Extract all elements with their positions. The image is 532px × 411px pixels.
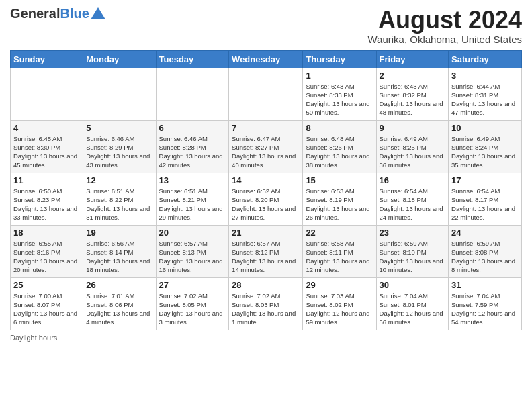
calendar-cell-2-2: 13Sunrise: 6:51 AM Sunset: 8:21 PM Dayli… (156, 173, 229, 225)
logo: GeneralBlue (10, 7, 105, 20)
day-info: Sunrise: 6:43 AM Sunset: 8:33 PM Dayligh… (306, 82, 373, 118)
day-info: Sunrise: 6:43 AM Sunset: 8:32 PM Dayligh… (380, 82, 446, 118)
calendar-cell-4-1: 26Sunrise: 7:01 AM Sunset: 8:06 PM Dayli… (83, 277, 156, 330)
day-info: Sunrise: 7:02 AM Sunset: 8:05 PM Dayligh… (159, 291, 226, 327)
day-info: Sunrise: 6:49 AM Sunset: 8:24 PM Dayligh… (451, 134, 519, 170)
calendar-header-thursday: Thursday (303, 50, 376, 68)
day-info: Sunrise: 7:02 AM Sunset: 8:03 PM Dayligh… (232, 291, 300, 327)
day-info: Sunrise: 7:04 AM Sunset: 8:01 PM Dayligh… (380, 291, 446, 327)
day-number: 29 (306, 280, 373, 290)
calendar-cell-0-0 (11, 68, 83, 120)
day-number: 21 (232, 228, 300, 238)
calendar-cell-0-4: 1Sunrise: 6:43 AM Sunset: 8:33 PM Daylig… (303, 68, 376, 120)
day-number: 16 (380, 175, 446, 185)
day-info: Sunrise: 6:53 AM Sunset: 8:19 PM Dayligh… (306, 187, 373, 222)
logo-general: General (10, 6, 60, 21)
calendar-cell-2-4: 15Sunrise: 6:53 AM Sunset: 8:19 PM Dayli… (303, 173, 376, 225)
day-number: 26 (86, 280, 152, 290)
calendar-week-4: 25Sunrise: 7:00 AM Sunset: 8:07 PM Dayli… (11, 277, 522, 330)
calendar-cell-3-6: 24Sunrise: 6:59 AM Sunset: 8:08 PM Dayli… (449, 225, 522, 277)
day-number: 4 (13, 123, 80, 133)
calendar-cell-4-0: 25Sunrise: 7:00 AM Sunset: 8:07 PM Dayli… (11, 277, 83, 330)
day-number: 7 (232, 123, 300, 133)
calendar-cell-4-3: 28Sunrise: 7:02 AM Sunset: 8:03 PM Dayli… (229, 277, 303, 330)
day-info: Sunrise: 6:44 AM Sunset: 8:31 PM Dayligh… (451, 82, 519, 118)
day-info: Sunrise: 6:57 AM Sunset: 8:12 PM Dayligh… (232, 239, 300, 275)
calendar-cell-2-5: 16Sunrise: 6:54 AM Sunset: 8:18 PM Dayli… (376, 173, 449, 225)
day-info: Sunrise: 6:48 AM Sunset: 8:26 PM Dayligh… (306, 134, 373, 170)
calendar-cell-1-0: 4Sunrise: 6:45 AM Sunset: 8:30 PM Daylig… (11, 120, 83, 173)
day-info: Sunrise: 6:56 AM Sunset: 8:14 PM Dayligh… (86, 239, 152, 275)
day-info: Sunrise: 7:01 AM Sunset: 8:06 PM Dayligh… (86, 291, 152, 327)
calendar-cell-0-5: 2Sunrise: 6:43 AM Sunset: 8:32 PM Daylig… (376, 68, 449, 120)
day-number: 6 (159, 123, 226, 133)
day-number: 2 (380, 71, 446, 81)
calendar-table: SundayMondayTuesdayWednesdayThursdayFrid… (10, 50, 522, 330)
calendar-week-2: 11Sunrise: 6:50 AM Sunset: 8:23 PM Dayli… (11, 173, 522, 225)
day-info: Sunrise: 6:51 AM Sunset: 8:21 PM Dayligh… (159, 187, 226, 222)
calendar-cell-3-4: 22Sunrise: 6:58 AM Sunset: 8:11 PM Dayli… (303, 225, 376, 277)
day-info: Sunrise: 6:46 AM Sunset: 8:28 PM Dayligh… (159, 134, 226, 170)
day-number: 8 (306, 123, 373, 133)
day-number: 14 (232, 175, 300, 185)
calendar-header-monday: Monday (83, 50, 156, 68)
header: GeneralBlue August 2024 Waurika, Oklahom… (10, 7, 522, 45)
logo-text: GeneralBlue (10, 7, 89, 20)
day-info: Sunrise: 6:49 AM Sunset: 8:25 PM Dayligh… (380, 134, 446, 170)
calendar-header-sunday: Sunday (11, 50, 83, 68)
subtitle: Waurika, Oklahoma, United States (367, 34, 522, 45)
calendar-cell-2-3: 14Sunrise: 6:52 AM Sunset: 8:20 PM Dayli… (229, 173, 303, 225)
day-number: 13 (159, 175, 226, 185)
day-number: 11 (13, 175, 80, 185)
calendar-cell-1-2: 6Sunrise: 6:46 AM Sunset: 8:28 PM Daylig… (156, 120, 229, 173)
day-number: 10 (451, 123, 519, 133)
calendar-cell-1-6: 10Sunrise: 6:49 AM Sunset: 8:24 PM Dayli… (449, 120, 522, 173)
day-info: Sunrise: 6:59 AM Sunset: 8:08 PM Dayligh… (451, 239, 519, 275)
day-number: 19 (86, 228, 152, 238)
day-info: Sunrise: 6:55 AM Sunset: 8:16 PM Dayligh… (13, 239, 80, 275)
calendar-cell-1-3: 7Sunrise: 6:47 AM Sunset: 8:27 PM Daylig… (229, 120, 303, 173)
day-number: 15 (306, 175, 373, 185)
day-info: Sunrise: 6:45 AM Sunset: 8:30 PM Dayligh… (13, 134, 80, 170)
day-info: Sunrise: 6:57 AM Sunset: 8:13 PM Dayligh… (159, 239, 226, 275)
calendar-cell-3-1: 19Sunrise: 6:56 AM Sunset: 8:14 PM Dayli… (83, 225, 156, 277)
day-info: Sunrise: 6:58 AM Sunset: 8:11 PM Dayligh… (306, 239, 373, 275)
day-number: 1 (306, 71, 373, 81)
day-info: Sunrise: 6:54 AM Sunset: 8:18 PM Dayligh… (380, 187, 446, 222)
calendar-cell-4-2: 27Sunrise: 7:02 AM Sunset: 8:05 PM Dayli… (156, 277, 229, 330)
day-number: 23 (380, 228, 446, 238)
calendar-header-tuesday: Tuesday (156, 50, 229, 68)
day-info: Sunrise: 6:51 AM Sunset: 8:22 PM Dayligh… (86, 187, 152, 222)
calendar-cell-4-5: 30Sunrise: 7:04 AM Sunset: 8:01 PM Dayli… (376, 277, 449, 330)
calendar-cell-1-1: 5Sunrise: 6:46 AM Sunset: 8:29 PM Daylig… (83, 120, 156, 173)
svg-marker-0 (91, 7, 105, 19)
main-title: August 2024 (367, 7, 522, 34)
day-number: 31 (451, 280, 519, 290)
calendar-header-row: SundayMondayTuesdayWednesdayThursdayFrid… (11, 50, 522, 68)
calendar-week-3: 18Sunrise: 6:55 AM Sunset: 8:16 PM Dayli… (11, 225, 522, 277)
calendar-cell-1-5: 9Sunrise: 6:49 AM Sunset: 8:25 PM Daylig… (376, 120, 449, 173)
calendar-header-wednesday: Wednesday (229, 50, 303, 68)
day-number: 27 (159, 280, 226, 290)
day-info: Sunrise: 7:03 AM Sunset: 8:02 PM Dayligh… (306, 291, 373, 327)
day-number: 9 (380, 123, 446, 133)
day-number: 25 (13, 280, 80, 290)
day-number: 18 (13, 228, 80, 238)
footer-note: Daylight hours (10, 334, 522, 342)
day-number: 24 (451, 228, 519, 238)
calendar-cell-2-1: 12Sunrise: 6:51 AM Sunset: 8:22 PM Dayli… (83, 173, 156, 225)
calendar-week-0: 1Sunrise: 6:43 AM Sunset: 8:33 PM Daylig… (11, 68, 522, 120)
calendar-header-saturday: Saturday (449, 50, 522, 68)
calendar-cell-3-0: 18Sunrise: 6:55 AM Sunset: 8:16 PM Dayli… (11, 225, 83, 277)
calendar-cell-0-3 (229, 68, 303, 120)
day-number: 30 (380, 280, 446, 290)
calendar-cell-0-2 (156, 68, 229, 120)
logo-blue: Blue (60, 6, 89, 21)
calendar-cell-1-4: 8Sunrise: 6:48 AM Sunset: 8:26 PM Daylig… (303, 120, 376, 173)
day-number: 17 (451, 175, 519, 185)
day-info: Sunrise: 6:59 AM Sunset: 8:10 PM Dayligh… (380, 239, 446, 275)
day-number: 3 (451, 71, 519, 81)
title-area: August 2024 Waurika, Oklahoma, United St… (367, 7, 522, 45)
calendar-cell-4-4: 29Sunrise: 7:03 AM Sunset: 8:02 PM Dayli… (303, 277, 376, 330)
day-number: 5 (86, 123, 152, 133)
